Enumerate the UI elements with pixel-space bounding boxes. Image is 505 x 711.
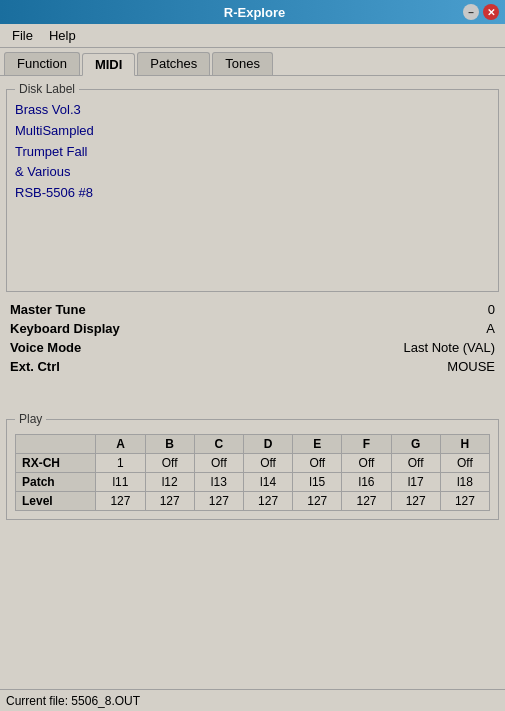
col-header-h: H (440, 435, 489, 454)
disk-label-line-3: & Various (15, 162, 490, 183)
level-e: 127 (293, 492, 342, 511)
info-value-ext-ctrl: MOUSE (206, 357, 499, 376)
disk-label-line-4: RSB-5506 #8 (15, 183, 490, 204)
window-title: R-Explore (46, 5, 463, 20)
table-row: Master Tune 0 (6, 300, 499, 319)
menu-help[interactable]: Help (41, 26, 84, 45)
disk-label-group: Disk Label Brass Vol.3 MultiSampled Trum… (6, 82, 499, 292)
menu-file[interactable]: File (4, 26, 41, 45)
info-table: Master Tune 0 Keyboard Display A Voice M… (6, 300, 499, 376)
rxch-a: 1 (96, 454, 145, 473)
rxch-d: Off (243, 454, 292, 473)
patch-c: l13 (194, 473, 243, 492)
level-b: 127 (145, 492, 194, 511)
col-header-g: G (391, 435, 440, 454)
patch-a: l11 (96, 473, 145, 492)
minimize-button[interactable]: – (463, 4, 479, 20)
tab-tones[interactable]: Tones (212, 52, 273, 75)
tab-function[interactable]: Function (4, 52, 80, 75)
level-d: 127 (243, 492, 292, 511)
rxch-h: Off (440, 454, 489, 473)
play-table: A B C D E F G H RX-CH 1 Off Off Off Of (15, 434, 490, 511)
col-header-f: F (342, 435, 391, 454)
disk-label-legend: Disk Label (15, 82, 79, 96)
info-label-ext-ctrl: Ext. Ctrl (6, 357, 206, 376)
play-table-header-row: A B C D E F G H (16, 435, 490, 454)
level-c: 127 (194, 492, 243, 511)
info-value-master-tune: 0 (206, 300, 499, 319)
info-label-voice-mode: Voice Mode (6, 338, 206, 357)
level-g: 127 (391, 492, 440, 511)
close-button[interactable]: ✕ (483, 4, 499, 20)
col-header-b: B (145, 435, 194, 454)
patch-b: l12 (145, 473, 194, 492)
col-header-e: E (293, 435, 342, 454)
rxch-label: RX-CH (16, 454, 96, 473)
patch-label: Patch (16, 473, 96, 492)
rxch-g: Off (391, 454, 440, 473)
patch-e: l15 (293, 473, 342, 492)
level-f: 127 (342, 492, 391, 511)
main-content: Disk Label Brass Vol.3 MultiSampled Trum… (0, 76, 505, 689)
play-row-rxch: RX-CH 1 Off Off Off Off Off Off Off (16, 454, 490, 473)
status-text: Current file: 5506_8.OUT (6, 694, 140, 708)
col-header-c: C (194, 435, 243, 454)
col-header-a: A (96, 435, 145, 454)
info-label-keyboard-display: Keyboard Display (6, 319, 206, 338)
disk-label-line-2: Trumpet Fall (15, 142, 490, 163)
patch-d: l14 (243, 473, 292, 492)
col-header-d: D (243, 435, 292, 454)
col-header-empty (16, 435, 96, 454)
window-controls: – ✕ (463, 4, 499, 20)
menu-bar: File Help (0, 24, 505, 48)
rxch-b: Off (145, 454, 194, 473)
play-row-level: Level 127 127 127 127 127 127 127 127 (16, 492, 490, 511)
tabs-bar: Function MIDI Patches Tones (0, 48, 505, 76)
rxch-c: Off (194, 454, 243, 473)
rxch-f: Off (342, 454, 391, 473)
table-row: Voice Mode Last Note (VAL) (6, 338, 499, 357)
play-legend: Play (15, 412, 46, 426)
play-row-patch: Patch l11 l12 l13 l14 l15 l16 l17 l18 (16, 473, 490, 492)
patch-g: l17 (391, 473, 440, 492)
patch-h: l18 (440, 473, 489, 492)
disk-label-content: Brass Vol.3 MultiSampled Trumpet Fall & … (15, 100, 490, 204)
play-group: Play A B C D E F G H RX-CH 1 (6, 412, 499, 520)
table-row: Ext. Ctrl MOUSE (6, 357, 499, 376)
level-label: Level (16, 492, 96, 511)
table-row: Keyboard Display A (6, 319, 499, 338)
tab-midi[interactable]: MIDI (82, 53, 135, 76)
info-value-keyboard-display: A (206, 319, 499, 338)
disk-label-line-1: MultiSampled (15, 121, 490, 142)
status-bar: Current file: 5506_8.OUT (0, 689, 505, 711)
tab-patches[interactable]: Patches (137, 52, 210, 75)
title-bar: R-Explore – ✕ (0, 0, 505, 24)
patch-f: l16 (342, 473, 391, 492)
level-a: 127 (96, 492, 145, 511)
rxch-e: Off (293, 454, 342, 473)
info-label-master-tune: Master Tune (6, 300, 206, 319)
info-value-voice-mode: Last Note (VAL) (206, 338, 499, 357)
spacer (6, 384, 499, 404)
level-h: 127 (440, 492, 489, 511)
disk-label-line-0: Brass Vol.3 (15, 100, 490, 121)
